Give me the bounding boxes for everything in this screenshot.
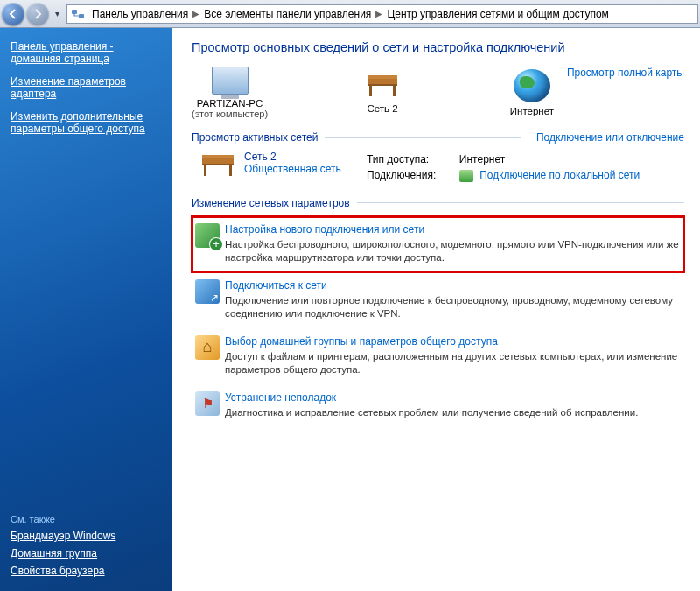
full-map-link[interactable]: Просмотр полной карты — [567, 67, 684, 79]
network-settings-label: Изменение сетевых параметров — [192, 197, 350, 209]
chevron-right-icon: ▶ — [192, 9, 200, 18]
sidebar-link-internet[interactable]: Свойства браузера — [10, 565, 164, 577]
task-description: Доступ к файлам и принтерам, расположенн… — [225, 350, 681, 377]
connector-line-icon — [273, 102, 342, 102]
homegroup-icon — [195, 335, 220, 360]
content-pane: Просмотр основных сведений о сети и наст… — [172, 28, 700, 591]
nav-back-button[interactable] — [2, 3, 24, 25]
node-computer-label: PARTIZAN-PC — [192, 98, 268, 109]
active-network-properties: Тип доступа: Интернет Подключения: Подкл… — [365, 151, 684, 185]
bench-icon — [199, 151, 237, 185]
node-internet-label: Интернет — [497, 106, 567, 116]
svg-rect-6 — [368, 75, 397, 79]
lan-icon — [459, 170, 473, 182]
sidebar-link-homegroup[interactable]: Домашняя группа — [10, 547, 164, 559]
task-description: Настройка беспроводного, широкополосного… — [225, 238, 679, 265]
breadcrumb-item[interactable]: Центр управления сетями и общим доступом — [383, 8, 612, 20]
task-title[interactable]: Устранение неполадок — [225, 391, 336, 404]
divider — [325, 137, 521, 138]
sidebar-see-also-label: См. также — [10, 514, 164, 524]
breadcrumb-item[interactable]: Все элементы панели управления — [200, 8, 374, 20]
task-setup-connection[interactable]: Настройка нового подключения или сети На… — [192, 216, 684, 272]
network-type-link[interactable]: Общественная сеть — [244, 163, 341, 175]
svg-rect-0 — [72, 10, 77, 14]
access-type-value: Интернет — [459, 152, 682, 166]
node-network-label: Сеть 2 — [347, 103, 417, 114]
nav-buttons: ▾ — [2, 3, 63, 25]
computer-icon — [212, 67, 248, 95]
page-title: Просмотр основных сведений о сети и наст… — [192, 40, 684, 54]
task-homegroup[interactable]: Выбор домашней группы и параметров общег… — [192, 328, 684, 384]
active-networks-label: Просмотр активных сетей — [192, 131, 318, 144]
task-troubleshoot[interactable]: Устранение неполадок Диагностика и испра… — [192, 384, 684, 427]
svg-rect-3 — [368, 84, 397, 86]
active-network-name: Сеть 2 — [244, 151, 341, 163]
svg-rect-4 — [369, 86, 372, 96]
setup-connection-icon — [195, 223, 220, 248]
divider — [357, 202, 684, 203]
sidebar-link-home[interactable]: Панель управления - домашняя страница — [10, 40, 164, 65]
sidebar-link-firewall[interactable]: Брандмауэр Windows — [10, 530, 164, 542]
sidebar-link-sharing[interactable]: Изменить дополнительные параметры общего… — [10, 110, 164, 135]
sidebar: Панель управления - домашняя страница Из… — [0, 28, 172, 591]
svg-rect-8 — [202, 164, 234, 165]
task-description: Подключение или повторное подключение к … — [225, 294, 681, 321]
nav-forward-button[interactable] — [26, 3, 49, 25]
globe-icon — [514, 69, 550, 102]
node-internet: Интернет — [497, 69, 567, 116]
connection-link[interactable]: Подключение по локальной сети — [480, 169, 640, 181]
svg-rect-5 — [393, 86, 396, 96]
window-body: Панель управления - домашняя страница Из… — [0, 28, 700, 591]
svg-rect-7 — [202, 158, 234, 164]
node-network: Сеть 2 — [347, 72, 417, 114]
breadcrumb-item[interactable]: Панель управления — [88, 8, 192, 20]
node-computer-sublabel: (этот компьютер) — [192, 109, 268, 119]
connector-line-icon — [423, 102, 492, 102]
svg-rect-2 — [368, 79, 397, 84]
troubleshoot-icon — [195, 391, 220, 416]
window-toolbar: ▾ Панель управления ▶ Все элементы панел… — [0, 0, 700, 28]
task-title[interactable]: Настройка нового подключения или сети — [225, 223, 424, 236]
task-connect-network[interactable]: Подключиться к сети Подключение или повт… — [192, 272, 684, 328]
bench-icon — [364, 72, 401, 100]
connect-disconnect-link[interactable]: Подключение или отключение — [536, 131, 684, 144]
task-title[interactable]: Выбор домашней группы и параметров общег… — [225, 335, 498, 348]
task-description: Диагностика и исправление сетевых пробле… — [225, 406, 681, 420]
network-center-icon — [71, 7, 85, 21]
svg-rect-9 — [204, 165, 206, 176]
connect-network-icon — [195, 279, 220, 304]
access-type-label: Тип доступа: — [367, 152, 458, 166]
task-title[interactable]: Подключиться к сети — [225, 279, 327, 292]
chevron-right-icon: ▶ — [374, 9, 383, 18]
network-settings-section: Изменение сетевых параметров Настройка н… — [192, 197, 684, 427]
network-map: PARTIZAN-PC (этот компьютер) С — [192, 67, 684, 119]
connections-label: Подключения: — [367, 168, 458, 183]
nav-history-dropdown[interactable]: ▾ — [51, 9, 63, 18]
address-bar[interactable]: Панель управления ▶ Все элементы панели … — [66, 4, 698, 24]
svg-rect-11 — [202, 155, 234, 158]
svg-rect-10 — [229, 165, 232, 176]
sidebar-link-adapter[interactable]: Изменение параметров адаптера — [10, 75, 164, 100]
node-computer: PARTIZAN-PC (этот компьютер) — [192, 67, 268, 119]
active-networks-section: Просмотр активных сетей Подключение или … — [192, 131, 684, 185]
